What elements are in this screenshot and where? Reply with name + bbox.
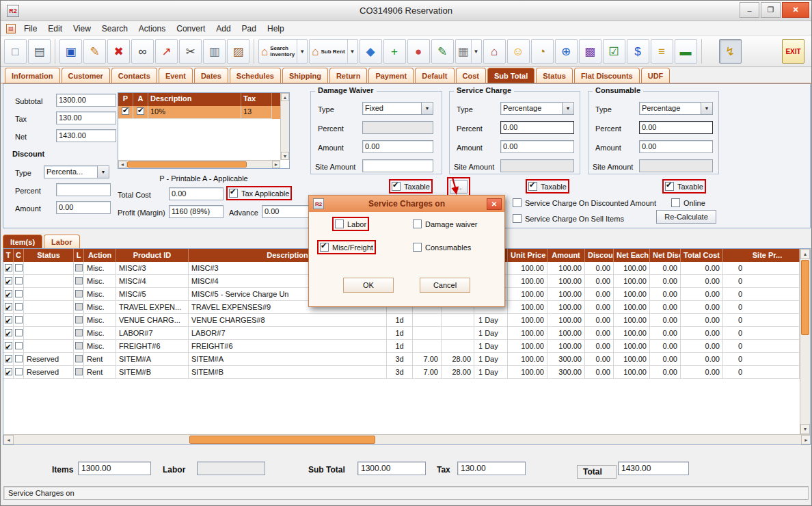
c-checkbox[interactable] (15, 277, 23, 284)
col-header-unit-price[interactable]: Unit Price (508, 249, 547, 262)
col-description[interactable]: Description (148, 93, 241, 106)
menu-actions[interactable]: Actions (133, 22, 171, 36)
table-row[interactable]: Misc.VENUE CHARG...VENUE CHARGES#81d1 Da… (3, 314, 800, 327)
l-checkbox[interactable] (75, 316, 83, 323)
scroll-left-icon[interactable]: ◄ (118, 161, 126, 168)
tab-schedules[interactable]: Schedules (230, 68, 281, 83)
l-checkbox[interactable] (75, 277, 83, 284)
tab-event[interactable]: Event (159, 68, 193, 83)
subtotal-field[interactable]: 1300.00 (56, 94, 116, 107)
col-header-t[interactable]: T (3, 249, 14, 262)
chevron-down-icon[interactable]: ▼ (97, 166, 109, 178)
c-checkbox[interactable] (15, 303, 23, 310)
menu-help[interactable]: Help (262, 22, 290, 36)
tax-grid-vscrollbar[interactable]: ▲ ▼ (280, 93, 289, 160)
globe-button[interactable]: ⊕ (555, 39, 578, 64)
dialog-checkbox-consumables[interactable]: Consumables (413, 243, 471, 252)
edit-button[interactable]: ✎ (83, 39, 106, 64)
c-checkbox[interactable] (15, 368, 23, 375)
tab-flat-discounts[interactable]: Flat Discounts (574, 68, 640, 83)
note-button[interactable]: ✎ (431, 39, 454, 64)
dialog-close-button[interactable]: ✕ (487, 198, 502, 210)
menu-edit[interactable]: Edit (42, 22, 68, 36)
t-checkbox[interactable] (5, 368, 12, 375)
scroll-thumb[interactable] (801, 260, 809, 335)
tax-grid-row[interactable]: 10% 13 (118, 106, 289, 119)
cons-amount-field[interactable]: 0.00 (639, 140, 713, 153)
col-header-status[interactable]: Status (24, 249, 74, 262)
summary-items-field[interactable]: 1300.00 (78, 462, 151, 475)
scroll-down-icon[interactable]: ▼ (800, 424, 810, 434)
tab-status[interactable]: Status (536, 68, 573, 83)
tax-field[interactable]: 130.00 (56, 111, 116, 124)
l-checkbox[interactable] (75, 355, 83, 362)
table-hscrollbar[interactable]: ◄ ► (3, 434, 811, 444)
items-tab-labor[interactable]: Labor (44, 235, 80, 248)
chevron-down-icon[interactable]: ▼ (471, 40, 479, 63)
col-header-total-cost[interactable]: Total Cost (681, 249, 723, 262)
drop-button[interactable]: ◆ (360, 39, 382, 64)
total-cost-field[interactable]: 0.00 (169, 187, 224, 200)
c-checkbox[interactable] (15, 264, 23, 271)
cube-button[interactable]: ▩ (579, 39, 601, 64)
sc-amount-field[interactable]: 0.00 (500, 140, 574, 153)
table-vscrollbar[interactable]: ▲ ▼ (800, 249, 810, 434)
chevron-down-icon[interactable]: ▼ (347, 40, 355, 63)
chevron-down-icon[interactable]: ▼ (701, 103, 712, 114)
add-button[interactable]: + (383, 39, 406, 64)
cons-percent-field[interactable]: 0.00 (639, 121, 713, 134)
col-a[interactable]: A (133, 93, 148, 106)
table-row[interactable]: Misc.LABOR#7LABOR#71d1 Day100.00100.000.… (3, 327, 800, 340)
menu-search[interactable]: Search (96, 22, 133, 36)
dw-taxable-checkbox[interactable] (392, 182, 401, 191)
t-checkbox[interactable] (5, 342, 12, 349)
sc-percent-field[interactable]: 0.00 (500, 121, 574, 134)
scroll-up-icon[interactable]: ▲ (281, 93, 289, 101)
col-header-discount[interactable]: Discount (585, 249, 614, 262)
cons-taxable-option[interactable]: Taxable (665, 182, 703, 191)
coins-button[interactable]: ≡ (651, 39, 673, 64)
labor-checkbox[interactable] (335, 219, 344, 228)
t-checkbox[interactable] (5, 264, 12, 271)
online-option[interactable]: Online (671, 198, 705, 207)
search-inventory-button[interactable]: ⌂Search Inventory▼ (258, 39, 308, 64)
table-row[interactable]: Misc.FREIGHT#6FREIGHT#61d1 Day100.00100.… (3, 340, 800, 353)
cash-button[interactable]: ▬ (675, 39, 697, 64)
scroll-down-icon[interactable]: ▼ (281, 152, 289, 160)
print-button[interactable]: ▤ (28, 39, 51, 64)
sc-sell-checkbox[interactable] (513, 214, 522, 223)
finance-button[interactable]: $ (627, 39, 649, 64)
l-checkbox[interactable] (75, 329, 83, 336)
menu-convert[interactable]: Convert (171, 22, 211, 36)
l-checkbox[interactable] (75, 342, 83, 349)
ok-button[interactable]: OK (343, 278, 394, 293)
paste-button[interactable]: ▨ (227, 39, 249, 64)
dw-type-dropdown[interactable]: Fixed ▼ (362, 102, 433, 115)
table-row[interactable]: ReservedRentSITEM#BSITEM#B3d7.0028.001 D… (3, 366, 800, 379)
chevron-down-icon[interactable]: ▼ (562, 103, 573, 114)
col-header-net-each[interactable]: Net Each (614, 249, 650, 262)
t-checkbox[interactable] (5, 316, 12, 323)
minimize-button[interactable]: – (740, 2, 759, 18)
dialog-checkbox-damage-waiver[interactable]: Damage waiver (413, 219, 477, 228)
chevron-down-icon[interactable]: ▼ (297, 40, 305, 63)
cut-button[interactable]: ✂ (179, 39, 202, 64)
col-header-net-disc[interactable]: Net Disc (650, 249, 681, 262)
col-p[interactable]: P (118, 93, 133, 106)
cons-taxable-checkbox[interactable] (665, 182, 674, 191)
consumables-checkbox[interactable] (413, 243, 422, 252)
c-checkbox[interactable] (15, 329, 23, 336)
tasks-button[interactable]: ☑ (603, 39, 625, 64)
tab-shipping[interactable]: Shipping (282, 68, 328, 83)
maximize-button[interactable]: ❐ (761, 2, 781, 18)
sc-type-dropdown[interactable]: Percentage ▼ (500, 102, 574, 115)
tax-applicable-checkbox[interactable] (229, 189, 238, 198)
items-tab-item-s[interactable]: Item(s) (3, 235, 42, 248)
sc-discounted-checkbox[interactable] (513, 198, 522, 207)
sc-sell-option[interactable]: Service Charge On Sell Items (513, 214, 624, 223)
net-field[interactable]: 1430.00 (56, 129, 116, 142)
sub-rent-button[interactable]: ⌂Sub Rent▼ (309, 39, 357, 64)
scroll-thumb[interactable] (127, 161, 247, 168)
close-button[interactable]: ✕ (782, 2, 809, 18)
summary-total-field[interactable]: 1430.00 (618, 462, 689, 475)
